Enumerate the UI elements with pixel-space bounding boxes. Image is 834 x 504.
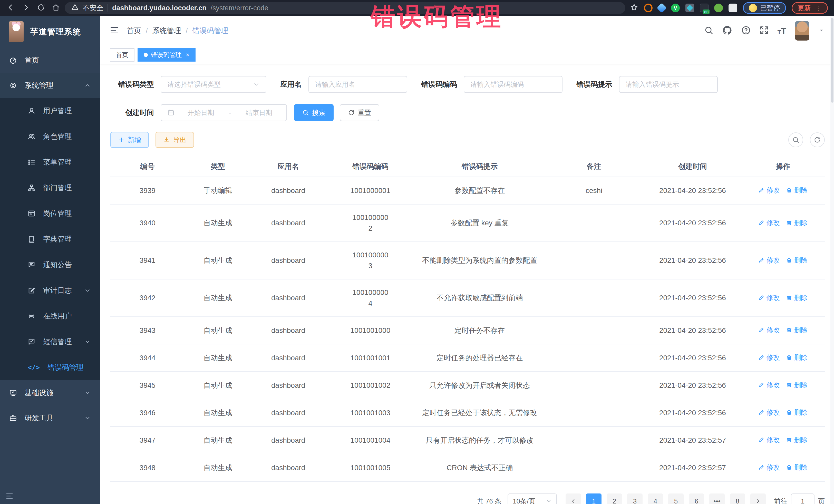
page-size-select[interactable]: 10条/页	[508, 494, 557, 504]
sidebar-item-infrastructure[interactable]: 基础设施	[0, 380, 100, 406]
browser-home-icon[interactable]	[52, 3, 60, 13]
extension-grid-icon[interactable]	[685, 4, 694, 12]
date-end-input[interactable]: 结束日期	[238, 108, 280, 117]
monitor-icon	[9, 389, 17, 397]
delete-link[interactable]: 删除	[786, 217, 808, 228]
cell-actions: 修改删除	[741, 399, 825, 426]
app-name-input[interactable]: 请输入应用名	[308, 76, 407, 93]
edit-link[interactable]: 修改	[758, 407, 780, 418]
next-page-button[interactable]	[750, 494, 766, 504]
github-icon[interactable]	[722, 25, 732, 37]
delete-link[interactable]: 删除	[786, 462, 808, 473]
error-type-select[interactable]: 请选择错误码类型	[161, 76, 266, 93]
extension-on-badge-icon[interactable]	[700, 4, 708, 12]
edit-link[interactable]: 修改	[758, 255, 780, 266]
page-scrollbar[interactable]	[830, 16, 834, 504]
cell-remark	[544, 317, 644, 344]
page-number-button[interactable]: 3	[627, 494, 642, 504]
show-search-toggle-button[interactable]	[788, 132, 803, 147]
extension-gem-icon[interactable]	[657, 3, 667, 13]
cell-type: 自动生成	[185, 372, 251, 399]
help-icon[interactable]	[741, 25, 751, 36]
sidebar-item-posts[interactable]: 岗位管理	[0, 201, 100, 226]
error-message-input[interactable]: 请输入错误码提示	[619, 76, 718, 93]
sidebar-item-notices[interactable]: 通知公告	[0, 252, 100, 278]
avatar-caret-down-icon[interactable]	[818, 27, 825, 35]
browser-reload-icon[interactable]	[37, 3, 45, 13]
page-number-button[interactable]: •••	[709, 494, 725, 504]
sidebar-item-menus[interactable]: 菜单管理	[0, 149, 100, 175]
edit-link[interactable]: 修改	[758, 435, 780, 445]
browser-forward-icon[interactable]	[22, 3, 30, 13]
extension-key-icon[interactable]	[714, 4, 723, 12]
page-number-button[interactable]: 2	[607, 494, 622, 504]
sidebar-item-sms[interactable]: 短信管理	[0, 329, 100, 355]
edit-link[interactable]: 修改	[758, 462, 780, 473]
sidebar-item-online-users[interactable]: 在线用户	[0, 303, 100, 329]
extensions-puzzle-icon[interactable]	[728, 4, 737, 12]
cell-code: 1001001001	[325, 344, 415, 372]
add-button[interactable]: 新增	[110, 132, 149, 148]
date-range-picker[interactable]: 开始日期 - 结束日期	[161, 104, 287, 121]
hamburger-icon[interactable]	[110, 26, 119, 36]
extension-green-icon[interactable]: V	[671, 4, 680, 12]
sidebar-item-departments[interactable]: 部门管理	[0, 175, 100, 201]
page-number-button[interactable]: 1	[586, 494, 601, 504]
header-search-icon[interactable]	[704, 26, 714, 36]
delete-link[interactable]: 删除	[786, 352, 808, 363]
address-bar[interactable]: 不安全 dashboard.yudao.iocoder.cn/system/er…	[65, 2, 626, 14]
error-code-input[interactable]: 请输入错误码编码	[464, 76, 563, 93]
browser-update-button[interactable]: 更新 ⋮	[792, 2, 828, 14]
online-users-icon	[28, 312, 36, 320]
close-tag-icon[interactable]: ×	[186, 51, 190, 59]
page-number-button[interactable]: 6	[689, 494, 704, 504]
bookmark-star-icon[interactable]	[630, 3, 638, 13]
date-start-input[interactable]: 开始日期	[180, 108, 222, 117]
toolbox-icon	[9, 414, 17, 422]
breadcrumb-home[interactable]: 首页	[127, 26, 141, 36]
delete-link[interactable]: 删除	[786, 325, 808, 335]
delete-link[interactable]: 删除	[786, 435, 808, 445]
tag-home[interactable]: 首页	[110, 48, 134, 62]
sidebar-item-dictionary[interactable]: 字典管理	[0, 226, 100, 252]
reset-button[interactable]: 重置	[340, 104, 379, 121]
page-number-button[interactable]: 4	[648, 494, 663, 504]
goto-page-input[interactable]: 1	[791, 494, 814, 504]
sidebar-item-error-codes[interactable]: </> 错误码管理	[0, 355, 100, 380]
extension-orange-icon[interactable]	[644, 4, 653, 12]
edit-link[interactable]: 修改	[758, 185, 780, 196]
sidebar-item-users[interactable]: 用户管理	[0, 98, 100, 124]
page-number-button[interactable]: 8	[730, 494, 745, 504]
delete-link[interactable]: 删除	[786, 292, 808, 303]
col-app: 应用名	[251, 156, 325, 177]
text-size-icon[interactable]: TT	[777, 26, 786, 35]
export-button[interactable]: 导出	[155, 132, 194, 148]
sidebar-item-home[interactable]: 首页	[0, 48, 100, 73]
edit-link[interactable]: 修改	[758, 352, 780, 363]
browser-menu-kebab-icon[interactable]: ⋮	[815, 4, 822, 12]
sidebar-item-roles[interactable]: 角色管理	[0, 124, 100, 149]
edit-link[interactable]: 修改	[758, 325, 780, 335]
tag-error-codes[interactable]: 错误码管理 ×	[137, 48, 196, 62]
edit-link[interactable]: 修改	[758, 292, 780, 303]
user-avatar[interactable]	[795, 21, 809, 41]
refresh-table-button[interactable]	[810, 132, 825, 147]
edit-link[interactable]: 修改	[758, 379, 780, 390]
sidebar-item-system[interactable]: 系统管理	[0, 73, 100, 98]
profile-paused-badge[interactable]: 已暂停	[743, 2, 786, 14]
delete-link[interactable]: 删除	[786, 407, 808, 418]
sidebar-item-dev-tools[interactable]: 研发工具	[0, 406, 100, 431]
edit-link[interactable]: 修改	[758, 217, 780, 228]
breadcrumb-system[interactable]: 系统管理	[152, 26, 181, 36]
prev-page-button[interactable]	[566, 494, 581, 504]
search-button[interactable]: 搜索	[294, 104, 334, 121]
sidebar-item-audit-log[interactable]: 审计日志	[0, 278, 100, 303]
delete-link[interactable]: 删除	[786, 185, 808, 196]
delete-link[interactable]: 删除	[786, 255, 808, 266]
delete-link[interactable]: 删除	[786, 379, 808, 390]
page-number-button[interactable]: 5	[668, 494, 684, 504]
browser-back-icon[interactable]	[6, 3, 15, 13]
sidebar-collapse-icon[interactable]	[6, 492, 13, 501]
fullscreen-icon[interactable]	[760, 26, 769, 36]
cell-type: 自动生成	[185, 317, 251, 344]
